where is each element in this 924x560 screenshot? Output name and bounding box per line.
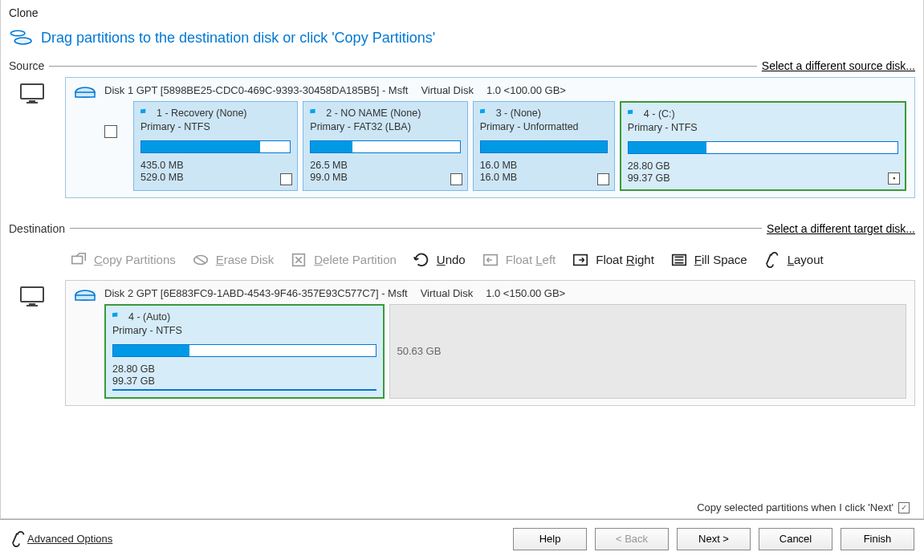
source-partition-3[interactable]: 3 - (None) Primary - Unformatted 16.0 MB… xyxy=(473,101,615,191)
partition-3-checkbox[interactable] xyxy=(597,173,609,185)
select-target-disk-link[interactable]: Select a different target disk... xyxy=(767,222,915,235)
layout-button[interactable]: Layout xyxy=(763,251,824,269)
svg-rect-7 xyxy=(72,256,83,263)
source-disk-slot: 1.0 <100.00 GB> xyxy=(486,84,566,96)
svg-rect-15 xyxy=(26,305,38,306)
destination-disk-virtual: Virtual Disk xyxy=(421,287,474,299)
source-partition-1[interactable]: 1 - Recovery (None) Primary - NTFS 435.0… xyxy=(133,101,298,191)
windows-icon xyxy=(112,311,124,323)
partition-1-checkbox[interactable] xyxy=(280,173,292,185)
source-disk-meta: Disk 1 GPT [5898BE25-CDC0-469C-9393-3045… xyxy=(104,84,408,96)
fill-space-button[interactable]: Fill Space xyxy=(670,251,747,269)
wrench-icon xyxy=(10,530,27,548)
destination-partition-1[interactable]: 4 - (Auto) Primary - NTFS 28.80 GB99.37 … xyxy=(104,304,385,399)
undo-button[interactable]: Undo xyxy=(413,251,466,269)
destination-disk-slot: 1.0 <150.00 GB> xyxy=(486,287,565,299)
next-button[interactable]: Next > xyxy=(677,528,751,550)
back-button[interactable]: < Back xyxy=(595,528,669,550)
erase-disk-button[interactable]: Erase Disk xyxy=(192,251,275,269)
svg-rect-17 xyxy=(75,295,95,300)
fill-space-icon xyxy=(670,251,688,269)
disk-icon xyxy=(74,287,96,305)
erase-disk-icon xyxy=(192,251,210,269)
windows-icon xyxy=(628,108,639,120)
svg-point-1 xyxy=(14,38,31,44)
destination-disk-meta: Disk 2 GPT [6E883FC9-1ABD-4543-9F46-357E… xyxy=(104,287,408,299)
source-label: Source xyxy=(9,59,44,72)
float-right-button[interactable]: Float Right xyxy=(572,251,654,269)
copy-partitions-icon xyxy=(70,251,88,269)
finish-button[interactable]: Finish xyxy=(841,528,914,550)
svg-rect-14 xyxy=(29,303,35,305)
partition-4-checkbox[interactable]: ▪ xyxy=(888,172,900,185)
disk-icon xyxy=(74,84,96,102)
drives-icon xyxy=(9,27,35,48)
destination-free-space[interactable]: 50.63 GB xyxy=(389,304,906,399)
undo-icon xyxy=(413,251,430,269)
intro-text: Drag partitions to the destination disk … xyxy=(41,30,435,47)
svg-rect-3 xyxy=(29,100,35,102)
delete-partition-button[interactable]: Delete Partition xyxy=(290,251,397,269)
svg-rect-6 xyxy=(75,92,95,97)
windows-icon xyxy=(140,108,152,119)
float-left-button[interactable]: Float Left xyxy=(482,251,556,269)
monitor-icon xyxy=(19,82,47,104)
svg-rect-13 xyxy=(21,287,43,302)
copy-on-next-checkbox[interactable]: ✓ xyxy=(898,502,910,513)
copy-on-next-hint: Copy selected partitions when I click 'N… xyxy=(697,501,910,513)
layout-icon xyxy=(763,251,781,269)
windows-icon xyxy=(480,108,491,119)
help-button[interactable]: Help xyxy=(513,528,587,550)
monitor-icon xyxy=(19,285,47,307)
svg-rect-4 xyxy=(26,102,38,103)
source-partition-4[interactable]: 4 - (C:) Primary - NTFS 28.80 GB99.37 GB… xyxy=(620,101,906,191)
source-partition-2[interactable]: 2 - NO NAME (None) Primary - FAT32 (LBA)… xyxy=(303,101,467,191)
select-source-disk-link[interactable]: Select a different source disk... xyxy=(762,59,915,72)
source-disk-virtual: Virtual Disk xyxy=(421,84,474,96)
windows-icon xyxy=(310,108,321,119)
destination-disk-box: Disk 2 GPT [6E883FC9-1ABD-4543-9F46-357E… xyxy=(65,280,915,406)
float-right-icon xyxy=(572,251,589,269)
cancel-button[interactable]: Cancel xyxy=(759,528,832,550)
destination-toolbar: Copy Partitions Erase Disk Delete Partit… xyxy=(65,240,915,280)
source-disk-box: Disk 1 GPT [5898BE25-CDC0-469C-9393-3045… xyxy=(65,77,915,198)
advanced-options-link[interactable]: Advanced Options xyxy=(27,533,112,545)
destination-label: Destination xyxy=(9,222,65,235)
delete-partition-icon xyxy=(290,251,307,269)
page-title: Clone xyxy=(9,6,915,19)
select-all-checkbox[interactable] xyxy=(104,125,117,138)
svg-point-0 xyxy=(10,30,25,35)
float-left-icon xyxy=(482,251,499,269)
partition-2-checkbox[interactable] xyxy=(450,173,462,185)
svg-rect-2 xyxy=(21,84,43,99)
copy-partitions-button[interactable]: Copy Partitions xyxy=(70,251,176,269)
